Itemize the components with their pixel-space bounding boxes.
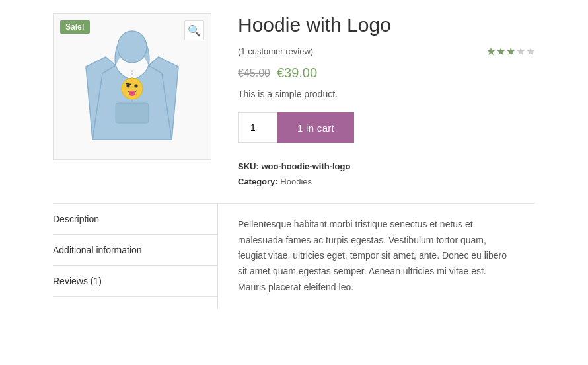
star-1: ★ [486, 45, 496, 58]
tabs-nav: Description Additional information Revie… [53, 204, 218, 309]
product-details: Hoodie with Logo (1 customer review) ★ ★… [238, 13, 535, 190]
svg-point-0 [118, 31, 147, 63]
sale-badge: Sale! [60, 20, 90, 34]
star-4: ★ [516, 45, 525, 58]
tab-description[interactable]: Description [53, 204, 217, 235]
sku-row: SKU: woo-hoodie-with-logo [238, 159, 535, 174]
tab-reviews[interactable]: Reviews (1) [53, 266, 217, 297]
svg-point-6 [129, 91, 135, 96]
star-2: ★ [496, 45, 505, 58]
tab-additional-info[interactable]: Additional information [53, 235, 217, 266]
product-meta: SKU: woo-hoodie-with-logo Category: Hood… [238, 159, 535, 190]
price-old: €45.00 [238, 67, 270, 79]
review-row: (1 customer review) ★ ★ ★ ★ ★ [238, 45, 535, 58]
add-to-cart-button[interactable]: 1 in cart [277, 112, 354, 143]
tab-content-text: Pellentesque habitant morbi tristique se… [238, 217, 515, 296]
svg-point-3 [122, 78, 143, 99]
zoom-button[interactable]: 🔍 [184, 20, 204, 40]
product-section: Sale! 🔍 [0, 0, 588, 203]
svg-rect-1 [116, 103, 149, 123]
product-description: This is a simple product. [238, 89, 535, 99]
tabs-section: Description Additional information Revie… [53, 203, 535, 309]
sku-label: SKU: [238, 161, 259, 171]
zoom-icon: 🔍 [188, 24, 201, 37]
review-link[interactable]: (1 customer review) [238, 46, 313, 56]
category-label: Category: [238, 177, 278, 186]
sku-value: woo-hoodie-with-logo [261, 161, 350, 171]
quantity-input[interactable] [238, 112, 277, 143]
category-row: Category: Hoodies [238, 174, 535, 189]
star-rating: ★ ★ ★ ★ ★ [486, 45, 535, 58]
star-5: ★ [526, 45, 535, 58]
price-row: €45.00 €39.00 [238, 65, 535, 81]
price-new: €39.00 [277, 65, 317, 81]
svg-point-5 [135, 85, 138, 88]
tab-content-panel: Pellentesque habitant morbi tristique se… [218, 204, 535, 309]
product-image-container: Sale! 🔍 [53, 13, 211, 160]
star-3: ★ [506, 45, 515, 58]
add-to-cart-row: 1 in cart [238, 112, 535, 143]
category-link[interactable]: Hoodies [280, 177, 312, 186]
product-title: Hoodie with Logo [238, 13, 535, 37]
hoodie-illustration [79, 27, 185, 146]
